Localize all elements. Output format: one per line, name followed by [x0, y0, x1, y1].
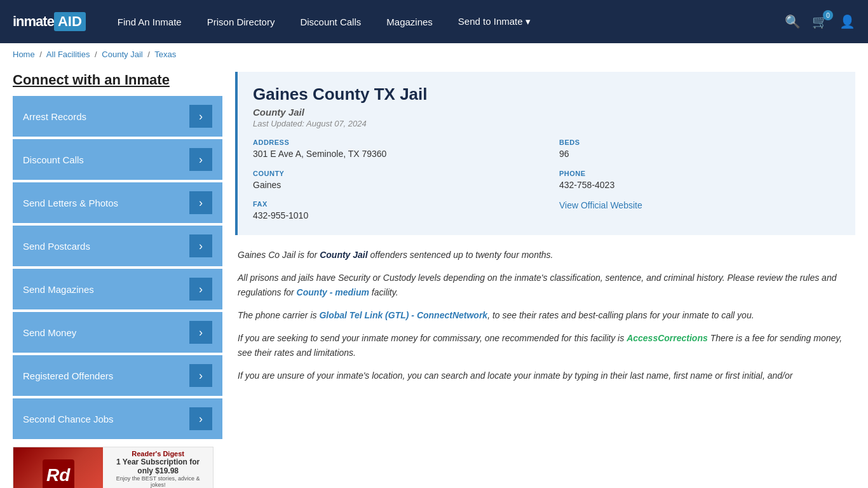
desc-county-medium-link[interactable]: County - medium: [297, 287, 369, 297]
county-label: COUNTY: [253, 170, 534, 177]
beds-label: BEDS: [559, 139, 840, 146]
nav-prison-directory[interactable]: Prison Directory: [207, 17, 275, 27]
desc-p1-text: Gaines Co Jail is for: [238, 250, 320, 260]
breadcrumb-home[interactable]: Home: [13, 50, 35, 59]
sidebar-title: Connect with an Inmate: [13, 72, 222, 88]
sidebar: Connect with an Inmate Arrest Records › …: [13, 72, 222, 488]
sidebar-btn-discount-calls[interactable]: Discount Calls ›: [13, 139, 222, 180]
search-icon[interactable]: 🔍: [785, 14, 801, 29]
sidebar-btn-label: Send Money: [23, 327, 76, 338]
sidebar-btn-arrest-records[interactable]: Arrest Records ›: [13, 96, 222, 137]
fax-value: 432-955-1010: [253, 210, 534, 222]
sidebar-btn-send-letters[interactable]: Send Letters & Photos ›: [13, 182, 222, 223]
sidebar-btn-send-postcards[interactable]: Send Postcards ›: [13, 226, 222, 266]
arrow-icon: ›: [189, 321, 212, 344]
main-container: Connect with an Inmate Arrest Records › …: [0, 65, 868, 488]
sidebar-btn-label: Send Letters & Photos: [23, 198, 118, 208]
sidebar-btn-label: Discount Calls: [23, 154, 84, 165]
ad-left-section: Rd: [13, 447, 103, 488]
breadcrumb-texas[interactable]: Texas: [154, 50, 176, 59]
sidebar-btn-registered-offenders[interactable]: Registered Offenders ›: [13, 355, 222, 396]
sidebar-btn-label: Send Postcards: [23, 241, 90, 252]
description-block: Gaines Co Jail is for County Jail offend…: [235, 248, 855, 383]
arrow-icon: ›: [189, 278, 212, 301]
beds-value: 96: [559, 148, 840, 161]
phone-value: 432-758-4023: [559, 179, 840, 192]
sidebar-btn-send-money[interactable]: Send Money ›: [13, 312, 222, 353]
county-value: Gaines: [253, 179, 534, 192]
sidebar-btn-send-magazines[interactable]: Send Magazines ›: [13, 269, 222, 309]
desc-gtl-link[interactable]: Global Tel Link (GTL) - ConnectNetwork: [319, 310, 487, 320]
nav-discount-calls[interactable]: Discount Calls: [300, 17, 361, 27]
fax-label: FAX: [253, 200, 534, 208]
arrow-icon: ›: [189, 105, 212, 128]
address-value: 301 E Ave A, Seminole, TX 79360: [253, 148, 534, 161]
official-website-link[interactable]: View Official Website: [559, 200, 642, 210]
nav-find-inmate[interactable]: Find An Inmate: [118, 17, 182, 27]
facility-updated: Last Updated: August 07, 2024: [253, 119, 840, 128]
user-icon[interactable]: 👤: [839, 14, 855, 29]
facility-beds-block: BEDS 96: [559, 139, 840, 161]
facility-address-block: ADDRESS 301 E Ave A, Seminole, TX 79360: [253, 139, 534, 161]
breadcrumb: Home / All Facilities / County Jail / Te…: [0, 43, 868, 65]
navbar-links: Find An Inmate Prison Directory Discount…: [118, 16, 766, 27]
facility-fax-block: FAX 432-955-1010: [253, 200, 534, 222]
arrow-icon: ›: [189, 191, 212, 214]
desc-p5-text: If you are unsure of your inmate's locat…: [238, 370, 792, 381]
facility-card: Gaines County TX Jail County Jail Last U…: [235, 72, 855, 235]
sidebar-btn-label: Registered Offenders: [23, 370, 113, 381]
desc-para-5: If you are unsure of your inmate's locat…: [238, 369, 853, 383]
ad-banner: Rd Reader's Digest 1 Year Subscription f…: [13, 447, 214, 488]
arrow-icon: ›: [189, 364, 212, 387]
desc-p3-rest: , to see their rates and best-calling pl…: [487, 310, 754, 320]
cart-badge: 0: [823, 10, 833, 20]
sidebar-btn-label: Second Chance Jobs: [23, 414, 114, 424]
ad-price: 1 Year Subscription for only $19.98: [108, 458, 208, 475]
desc-para-4: If you are seeking to send your inmate m…: [238, 331, 853, 360]
desc-para-1: Gaines Co Jail is for County Jail offend…: [238, 248, 853, 262]
breadcrumb-all-facilities[interactable]: All Facilities: [46, 50, 90, 59]
ad-subtitle: Enjoy the BEST stories, advice & jokes!: [108, 475, 208, 488]
desc-access-corrections-link[interactable]: AccessCorrections: [627, 333, 708, 343]
address-label: ADDRESS: [253, 139, 534, 146]
facility-county-block: COUNTY Gaines: [253, 170, 534, 192]
cart-wrapper[interactable]: 🛒 0: [812, 14, 828, 29]
navbar-right: 🔍 🛒 0 👤: [785, 14, 855, 29]
sidebar-btn-label: Send Magazines: [23, 284, 94, 295]
desc-p4-text: If you are seeking to send your inmate m…: [238, 333, 627, 343]
desc-para-3: The phone carrier is Global Tel Link (GT…: [238, 308, 853, 322]
logo[interactable]: inmate AID: [13, 12, 86, 31]
facility-type: County Jail: [253, 107, 840, 118]
nav-magazines[interactable]: Magazines: [386, 17, 433, 27]
arrow-icon: ›: [189, 407, 212, 430]
breadcrumb-county-jail[interactable]: County Jail: [102, 50, 142, 59]
arrow-icon: ›: [189, 148, 212, 171]
sidebar-btn-label: Arrest Records: [23, 111, 86, 122]
ad-title: Reader's Digest: [132, 450, 184, 458]
breadcrumb-sep-1: /: [39, 50, 42, 59]
nav-send-to-inmate[interactable]: Send to Inmate ▾: [458, 16, 531, 27]
breadcrumb-sep-3: /: [147, 50, 150, 59]
desc-county-jail-link[interactable]: County Jail: [320, 250, 367, 260]
content-area: Gaines County TX Jail County Jail Last U…: [235, 72, 855, 488]
ad-rd-logo: Rd: [43, 459, 74, 488]
phone-label: PHONE: [559, 170, 840, 177]
breadcrumb-sep-2: /: [95, 50, 97, 59]
desc-para-2: All prisons and jails have Security or C…: [238, 271, 853, 299]
facility-website-block: View Official Website: [559, 200, 840, 222]
ad-content: Reader's Digest 1 Year Subscription for …: [103, 447, 213, 488]
desc-p1-rest: offenders sentenced up to twenty four mo…: [368, 250, 553, 260]
logo-aid: AID: [54, 12, 86, 31]
navbar: inmate AID Find An Inmate Prison Directo…: [0, 0, 868, 43]
desc-p3-text: The phone carrier is: [238, 310, 319, 320]
sidebar-btn-second-chance-jobs[interactable]: Second Chance Jobs ›: [13, 398, 222, 439]
desc-p2-rest: facility.: [369, 287, 398, 297]
facility-phone-block: PHONE 432-758-4023: [559, 170, 840, 192]
facility-info-grid: ADDRESS 301 E Ave A, Seminole, TX 79360 …: [253, 139, 840, 222]
facility-name: Gaines County TX Jail: [253, 85, 840, 104]
arrow-icon: ›: [189, 234, 212, 257]
logo-inmate: inmate: [13, 13, 54, 30]
